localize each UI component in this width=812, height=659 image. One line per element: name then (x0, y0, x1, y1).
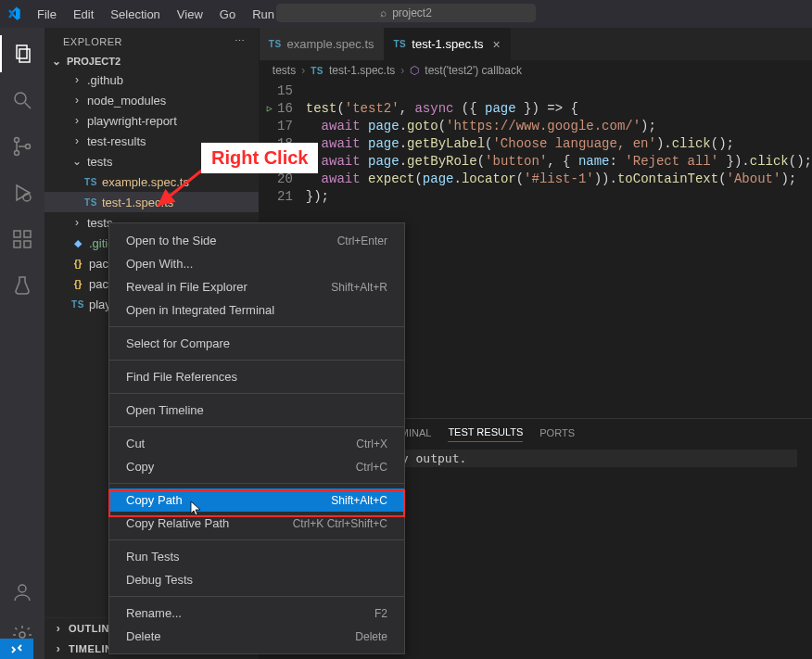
svg-point-2 (15, 93, 26, 104)
context-menu: Open to the SideCtrl+EnterOpen With...Re… (108, 222, 405, 654)
context-menu-separator (109, 393, 404, 394)
code-line[interactable]: 16▷test('test2', async ({ page }) => { (260, 100, 812, 118)
svg-rect-11 (24, 241, 31, 247)
menu-file[interactable]: File (30, 4, 64, 25)
menu-selection[interactable]: Selection (103, 4, 167, 25)
tree-file[interactable]: TStest-1.spec.ts (44, 192, 259, 212)
chevron-right-icon: › (70, 94, 83, 107)
close-icon[interactable]: × (493, 37, 501, 52)
svg-rect-12 (24, 231, 31, 237)
code-line[interactable]: 19💡 await page.getByRole('button', { nam… (260, 153, 812, 171)
tree-item-label: test-results (87, 134, 146, 148)
code-line[interactable]: 15 (260, 82, 812, 100)
tree-file[interactable]: TSexample.spec.ts (44, 171, 259, 192)
run-debug-icon[interactable] (0, 174, 44, 211)
ts-icon: TS (83, 177, 98, 187)
tree-folder[interactable]: ›.github (44, 70, 259, 90)
chevron-right-icon: › (70, 134, 83, 147)
editor-tabs: TSexample.spec.tsTStest-1.spec.ts× (260, 28, 812, 60)
search-icon[interactable] (0, 82, 44, 119)
context-menu-shortcut: Shift+Alt+R (331, 281, 387, 294)
code-line[interactable]: 18 await page.getByLabel('Choose languag… (260, 135, 812, 153)
chevron-right-icon: › (70, 114, 83, 127)
activity-bar (0, 28, 44, 659)
ts-icon: TS (311, 66, 324, 76)
explorer-icon[interactable] (0, 35, 44, 72)
context-menu-item[interactable]: Run Tests (109, 545, 404, 568)
ts-icon: TS (70, 299, 85, 310)
breadcrumb-part[interactable]: test('test2') callback (425, 64, 522, 77)
testing-icon[interactable] (0, 267, 44, 304)
line-number: 15 (260, 82, 306, 100)
context-menu-item[interactable]: Select for Compare (109, 332, 404, 355)
tree-item-label: .github (87, 73, 123, 87)
context-menu-label: Find File References (126, 370, 237, 384)
context-menu-label: Debug Tests (126, 573, 193, 587)
menubar: File Edit Selection View Go Run … ← → ⌕ … (0, 0, 812, 28)
context-menu-item[interactable]: Open to the SideCtrl+Enter (109, 229, 404, 252)
source-control-icon[interactable] (0, 128, 44, 165)
editor-tab[interactable]: TSexample.spec.ts (260, 28, 385, 60)
context-menu-item[interactable]: Copy PathShift+Alt+C (109, 488, 404, 512)
breadcrumb-part[interactable]: tests (273, 64, 296, 77)
run-test-icon[interactable]: ▷ (267, 100, 273, 118)
chevron-down-icon: ⌄ (70, 155, 83, 168)
menu-view[interactable]: View (170, 4, 210, 25)
annotation-label: Right Click (201, 143, 318, 173)
panel-tab[interactable]: PORTS (539, 424, 575, 442)
svg-point-4 (15, 138, 19, 143)
project-header[interactable]: ⌄ PROJECT2 (44, 53, 259, 70)
editor-tab[interactable]: TStest-1.spec.ts× (385, 28, 511, 60)
line-number: 17 (260, 118, 306, 135)
menu-go[interactable]: Go (212, 4, 243, 25)
tree-folder[interactable]: ›playwright-report (44, 110, 259, 131)
context-menu-label: Copy (126, 460, 154, 474)
context-menu-item[interactable]: Reveal in File ExplorerShift+Alt+R (109, 275, 404, 298)
context-menu-item[interactable]: Open Timeline (109, 399, 404, 422)
panel-tab[interactable]: TEST RESULTS (448, 423, 523, 442)
json-icon: {} (70, 258, 85, 269)
context-menu-item[interactable]: CopyCtrl+C (109, 455, 404, 478)
ts-icon: TS (394, 39, 407, 49)
context-menu-label: Reveal in File Explorer (126, 280, 247, 294)
context-menu-label: Copy Path (126, 493, 183, 507)
breadcrumb-part[interactable]: test-1.spec.ts (329, 64, 395, 77)
context-menu-item[interactable]: Debug Tests (109, 568, 404, 591)
context-menu-item[interactable]: Open in Integrated Terminal (109, 298, 404, 322)
context-menu-label: Select for Compare (126, 336, 230, 350)
code-line[interactable]: 20 await expect(page.locator('#list-1'))… (260, 171, 812, 188)
context-menu-label: Cut (126, 437, 145, 450)
context-menu-item[interactable]: Rename...F2 (109, 602, 404, 625)
sidebar-more-icon[interactable]: ⋯ (235, 35, 246, 47)
tab-label: example.spec.ts (287, 37, 374, 51)
extensions-icon[interactable] (0, 221, 44, 258)
remote-indicator[interactable] (0, 639, 33, 659)
tree-folder[interactable]: ›node_modules (44, 90, 259, 110)
svg-rect-10 (14, 241, 20, 247)
code-text: test('test2', async ({ page }) => { (306, 100, 578, 118)
chevron-right-icon: › (70, 73, 83, 86)
menu-edit[interactable]: Edit (66, 4, 101, 25)
breadcrumbs[interactable]: tests › TS test-1.spec.ts › ⬡ test('test… (260, 60, 812, 81)
tree-item-label: playwright-report (87, 114, 177, 128)
context-menu-separator (109, 426, 404, 427)
file-icon: ◆ (70, 237, 85, 249)
code-line[interactable]: 21}); (260, 188, 812, 206)
symbol-icon: ⬡ (410, 64, 419, 77)
context-menu-item[interactable]: Open With... (109, 252, 404, 275)
context-menu-item[interactable]: CutCtrl+X (109, 432, 404, 455)
context-menu-item[interactable]: Copy Relative PathCtrl+K Ctrl+Shift+C (109, 512, 404, 535)
accounts-icon[interactable] (0, 574, 44, 611)
command-center[interactable]: ⌕ project2 (276, 4, 536, 22)
svg-line-15 (158, 169, 204, 206)
chevron-right-icon: › (70, 216, 83, 229)
context-menu-shortcut: Ctrl+C (356, 461, 387, 474)
context-menu-separator (109, 596, 404, 597)
code-text: await page.getByRole('button', { name: '… (306, 153, 812, 171)
context-menu-item[interactable]: Find File References (109, 365, 404, 388)
code-line[interactable]: 17 await page.goto('https://www.google.c… (260, 118, 812, 135)
context-menu-item[interactable]: DeleteDelete (109, 625, 404, 648)
tree-item-label: tests (87, 155, 112, 169)
context-menu-separator (109, 483, 404, 484)
chevron-right-icon: › (400, 64, 404, 77)
